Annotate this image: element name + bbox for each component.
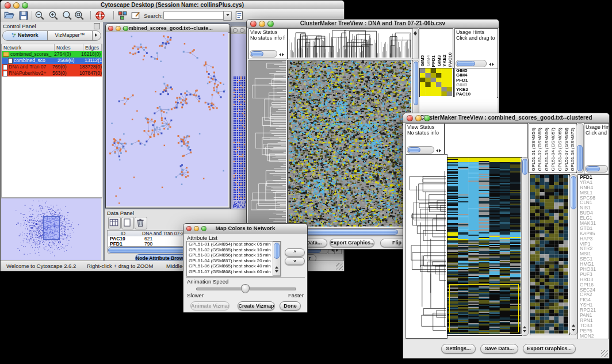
tv1-row-dendrogram[interactable]	[248, 60, 288, 228]
tv1-zoom-heatmap[interactable]	[419, 68, 454, 98]
slider-thumb[interactable]	[241, 284, 250, 293]
tv1-collabel-scrollbar[interactable]	[412, 28, 419, 59]
scroll-right-arrow[interactable]	[438, 147, 443, 154]
tv1-column-dendrogram[interactable]	[288, 28, 413, 59]
save-data-button[interactable]: Save Data...	[480, 344, 518, 354]
scroll-left-arrow[interactable]	[487, 61, 491, 67]
search-dropdown-button[interactable]	[223, 11, 232, 21]
minimize-button[interactable]	[13, 2, 20, 9]
tab-vizmapper[interactable]: VizMapper™	[48, 31, 92, 40]
tv2-heatmap-vscrollbar[interactable]	[521, 157, 529, 336]
attribute-list[interactable]: GPL51-01 (GSM854) heat shock 05 minGPL51…	[186, 241, 281, 277]
open-file-icon[interactable]	[4, 10, 14, 21]
create-vizmap-button[interactable]: Create Vizmap	[238, 301, 275, 311]
zoom-button[interactable]	[22, 2, 28, 9]
move-down-button[interactable]: v	[285, 257, 305, 265]
usage-hints-scrollbar[interactable]	[456, 60, 487, 67]
attribute-item[interactable]: GPL51-07 (GSM868) heat shock 60 min	[187, 269, 274, 275]
doc-icon	[3, 64, 7, 70]
scroll-right-arrow[interactable]	[491, 61, 496, 67]
zoom-out-icon[interactable]	[35, 10, 45, 21]
export-graphics-button[interactable]: Export Graphics...	[523, 344, 576, 354]
minimize-button[interactable]	[259, 21, 265, 27]
scroll-left-arrow[interactable]	[434, 147, 438, 154]
move-up-button[interactable]: ^	[285, 248, 305, 256]
attribute-list-items[interactable]: GPL51-01 (GSM854) heat shock 05 minGPL51…	[187, 242, 274, 276]
done-button[interactable]: Done	[280, 301, 301, 311]
tv1-heatmap[interactable]	[288, 60, 413, 228]
attribute-item[interactable]: GPL51-02 (GSM855) heat shock 10 min	[187, 247, 274, 253]
view-status-scrollbar[interactable]	[407, 146, 434, 154]
annotation-icon[interactable]	[131, 10, 141, 21]
network-glyph-icon	[12, 33, 16, 37]
tab-overflow-arrow[interactable]	[92, 31, 101, 40]
animate-vizmap-button[interactable]: Animate Vizmap	[190, 301, 230, 311]
close-button[interactable]	[108, 26, 113, 31]
close-button[interactable]	[233, 28, 238, 33]
zoom-fit-icon[interactable]	[62, 10, 72, 21]
minimize-button[interactable]	[240, 28, 244, 33]
usage-hints-scrollbar[interactable]	[585, 165, 608, 173]
tab-network[interactable]: Network	[3, 31, 48, 40]
zoom-selected-icon[interactable]	[74, 10, 85, 21]
network-table-row[interactable]: DNA and Tran 07769(0)183728(0)	[2, 64, 102, 70]
scroll-left-arrow[interactable]	[277, 51, 281, 58]
tv2-heatmap[interactable]	[447, 157, 522, 336]
zoom-button[interactable]	[267, 21, 274, 27]
close-button[interactable]	[250, 21, 257, 27]
vizmapper-icon[interactable]	[117, 10, 128, 21]
zoom-button[interactable]	[424, 115, 430, 121]
attribute-item[interactable]: GPL51-03 (GSM856) heat shock 15 min	[187, 252, 274, 258]
resize-grip[interactable]	[601, 350, 608, 357]
network1-canvas[interactable]	[106, 32, 228, 206]
tv2-row-dendrogram[interactable]	[406, 154, 447, 339]
network-table-row[interactable]: RNAPuberNov2+563(0)107847(0)	[2, 70, 102, 76]
attribute-list-scrollbar[interactable]	[273, 242, 281, 276]
search-label: Search:	[144, 13, 163, 19]
tv2-gene-scrollbar[interactable]	[569, 174, 577, 335]
network-table-row[interactable]: combined_sco2569(6)13112(15)	[2, 58, 102, 64]
view-status-scrollbar[interactable]	[250, 50, 277, 58]
network-table-row[interactable]: combined_scores_2764(0)16218(0)	[2, 51, 102, 58]
resize-grip[interactable]	[336, 263, 343, 270]
network-view-window-1: combined_scores_good.txt--cluste...	[105, 24, 230, 208]
minimize-button[interactable]	[116, 26, 121, 31]
minimize-button[interactable]	[194, 226, 199, 231]
export-graphics-button[interactable]: Export Graphics...	[330, 239, 374, 247]
close-button[interactable]	[186, 226, 192, 231]
zoom-in-icon[interactable]	[48, 10, 59, 21]
usage-hints-title: Usage Hints	[586, 124, 609, 130]
minimize-button[interactable]	[415, 115, 422, 121]
treeview2-title: ClusterMaker TreeView : combined_scores_…	[420, 114, 592, 121]
treeview1-titlebar[interactable]: ClusterMaker TreeView : DNA and Tran 07-…	[247, 20, 499, 28]
search-input[interactable]	[163, 11, 224, 20]
doc-icon	[8, 58, 13, 64]
dialog-titlebar[interactable]: Map Colors to Network	[183, 224, 307, 233]
new-attribute-icon[interactable]	[121, 217, 134, 229]
tv2-collabel-scrollbar[interactable]	[576, 123, 584, 173]
main-titlebar[interactable]: Cytoscape Desktop (Session Name: collins…	[1, 1, 344, 10]
settings-button[interactable]: Settings...	[441, 344, 476, 354]
float-panel-icon[interactable]	[94, 23, 100, 29]
attribute-item[interactable]: GPL51-01 (GSM854) heat shock 05 min	[187, 242, 274, 247]
report-icon[interactable]	[234, 10, 244, 21]
scroll-right-arrow[interactable]	[281, 51, 286, 58]
close-button[interactable]	[407, 115, 413, 121]
treeview2-titlebar[interactable]: ClusterMaker TreeView : combined_scores_…	[403, 113, 609, 123]
network1-titlebar[interactable]: combined_scores_good.txt--cluste...	[106, 24, 230, 33]
zoom-button[interactable]	[201, 226, 206, 231]
column-label: GPL51-06 (GSM865)	[557, 128, 563, 171]
zoom-button[interactable]	[123, 26, 128, 31]
delete-attribute-trash-icon[interactable]	[135, 217, 147, 229]
save-session-icon[interactable]	[18, 10, 29, 21]
attribute-item[interactable]: GPL51-04 (GSM857) heat shock 20 min	[187, 258, 274, 264]
attribute-select-icon[interactable]	[108, 217, 121, 229]
birdseye-view[interactable]	[1, 198, 102, 261]
attribute-item[interactable]: GPL51-06 (GSM865) heat shock 40 min	[187, 263, 274, 269]
tv2-zoom-heatmap[interactable]	[530, 174, 570, 335]
close-button[interactable]	[5, 2, 11, 9]
help-lifering-icon[interactable]	[95, 10, 105, 21]
tv2-column-dendrogram-empty	[445, 123, 528, 158]
window-controls[interactable]	[5, 2, 28, 9]
usage-hints-text: Click and	[586, 130, 607, 136]
